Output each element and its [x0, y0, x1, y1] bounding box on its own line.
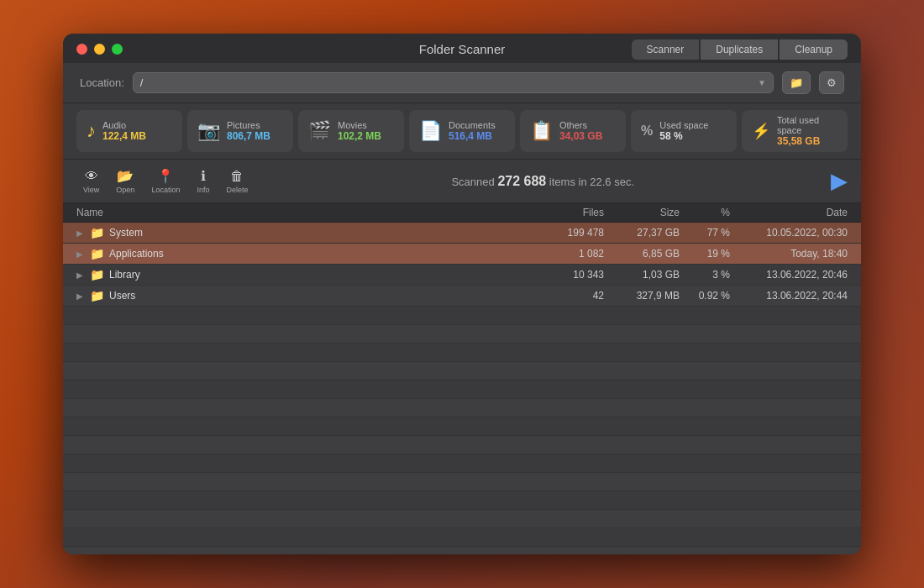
stat-total-used: ⚡ Total used space 35,58 GB [742, 110, 848, 152]
scan-count: 272 688 [497, 174, 546, 188]
expand-arrow-icon: ▶ [76, 249, 85, 259]
empty-row [63, 491, 861, 510]
delete-label: Delete [226, 186, 248, 194]
table-row[interactable]: ▶ 📁 Users 42 327,9 MB 0.92 % 13.06.2022,… [63, 286, 861, 307]
open-tool[interactable]: 📂 Open [109, 165, 141, 197]
empty-row [63, 381, 861, 399]
row-size: 1,03 GB [604, 269, 680, 281]
table-row[interactable]: ▶ 📁 Applications 1 082 6,85 GB 19 % Toda… [63, 244, 861, 265]
stats-bar: ♪ Audio 122,4 MB 📷 Pictures 806,7 MB 🎬 M… [63, 103, 861, 160]
percent-icon: % [641, 123, 653, 139]
gear-icon: ⚙ [827, 76, 837, 89]
expand-arrow-icon: ▶ [76, 270, 85, 280]
cleanup-button[interactable]: Cleanup [780, 39, 848, 60]
stat-movies: 🎬 Movies 102,2 MB [298, 110, 404, 152]
location-tool[interactable]: 📍 Location [144, 165, 186, 197]
total-used-label: Total used space [777, 115, 837, 135]
browse-folder-button[interactable]: 📁 [782, 71, 811, 94]
col-percent: % [680, 207, 730, 218]
table-row[interactable]: ▶ 📁 Library 10 343 1,03 GB 3 % 13.06.202… [63, 265, 861, 286]
scan-suffix: items in 22.6 sec. [546, 176, 634, 188]
audio-label: Audio [102, 120, 146, 130]
documents-value: 516,4 MB [449, 130, 496, 142]
maximize-button[interactable] [112, 44, 123, 55]
stat-audio: ♪ Audio 122,4 MB [76, 110, 182, 152]
empty-row [63, 528, 861, 547]
pictures-label: Pictures [227, 120, 270, 130]
audio-value: 122,4 MB [102, 130, 146, 142]
info-icon: ℹ [201, 168, 206, 184]
row-name-text: Applications [109, 248, 164, 260]
audio-icon: ♪ [87, 120, 96, 142]
action-bar: 👁 View 📂 Open 📍 Location ℹ Info 🗑 Delete… [63, 160, 861, 203]
location-select[interactable]: / [140, 76, 758, 89]
minimize-button[interactable] [94, 44, 105, 55]
empty-row [63, 344, 861, 362]
row-date: Today, 18:40 [730, 248, 848, 260]
col-files: Files [520, 207, 604, 218]
pictures-icon: 📷 [197, 120, 220, 142]
window-title: Folder Scanner [419, 42, 506, 56]
empty-row [63, 307, 861, 325]
empty-row [63, 473, 861, 491]
empty-row [63, 417, 861, 436]
empty-row [63, 454, 861, 473]
row-date: 10.05.2022, 00:30 [730, 227, 848, 239]
empty-row [63, 325, 861, 344]
empty-row [63, 510, 861, 528]
row-files: 1 082 [520, 248, 604, 260]
row-percent: 3 % [680, 269, 730, 281]
location-label: Location: [80, 76, 124, 89]
row-date: 13.06.2022, 20:46 [730, 269, 848, 281]
settings-button[interactable]: ⚙ [819, 71, 844, 94]
folder-icon: 📁 [90, 289, 104, 302]
movies-icon: 🎬 [308, 120, 331, 142]
empty-row [63, 362, 861, 381]
stat-documents: 📄 Documents 516,4 MB [409, 110, 515, 152]
scan-play-button[interactable]: ▶ [831, 168, 848, 194]
documents-icon: 📄 [419, 120, 442, 142]
info-label: Info [197, 186, 209, 194]
total-used-value: 35,58 GB [777, 135, 837, 147]
location-input-wrapper[interactable]: / ▼ [133, 72, 774, 93]
table-row[interactable]: ▶ 📁 System 199 478 27,37 GB 77 % 10.05.2… [63, 223, 861, 244]
row-name-library: ▶ 📁 Library [76, 268, 520, 281]
table-header: Name Files Size % Date [63, 203, 861, 223]
row-name-text: Users [109, 290, 135, 302]
view-icon: 👁 [85, 169, 98, 184]
row-files: 199 478 [520, 227, 604, 239]
folder-icon: 📁 [90, 226, 104, 239]
duplicates-button[interactable]: Duplicates [701, 39, 778, 60]
row-files: 42 [520, 290, 604, 302]
total-used-icon: ⚡ [752, 122, 770, 140]
view-label: View [83, 186, 99, 194]
toolbar: Location: / ▼ 📁 ⚙ [63, 63, 861, 103]
empty-rows [63, 307, 861, 554]
others-label: Others [559, 120, 602, 130]
row-percent: 0.92 % [680, 290, 730, 302]
row-size: 6,85 GB [604, 248, 680, 260]
col-date: Date [730, 207, 848, 218]
row-percent: 19 % [680, 248, 730, 260]
col-size: Size [604, 207, 680, 218]
open-icon: 📂 [117, 168, 134, 184]
delete-tool[interactable]: 🗑 Delete [219, 165, 255, 197]
row-files: 10 343 [520, 269, 604, 281]
folder-open-icon: 📁 [790, 76, 803, 89]
scan-prefix: Scanned [451, 176, 497, 188]
row-date: 13.06.2022, 20:44 [730, 290, 848, 302]
row-size: 327,9 MB [604, 290, 680, 302]
main-window: Folder Scanner Scanner Duplicates Cleanu… [63, 34, 861, 554]
window-controls [76, 44, 123, 55]
info-tool[interactable]: ℹ Info [190, 165, 216, 197]
location-icon: 📍 [157, 168, 174, 184]
view-tool[interactable]: 👁 View [76, 165, 106, 197]
row-size: 27,37 GB [604, 227, 680, 239]
close-button[interactable] [76, 44, 87, 55]
folder-icon: 📁 [90, 268, 104, 281]
expand-arrow-icon: ▶ [76, 228, 85, 238]
scanner-button[interactable]: Scanner [632, 39, 700, 60]
top-buttons: Scanner Duplicates Cleanup [632, 39, 848, 60]
scan-info: Scanned 272 688 items in 22.6 sec. [258, 174, 827, 189]
row-percent: 77 % [680, 227, 730, 239]
